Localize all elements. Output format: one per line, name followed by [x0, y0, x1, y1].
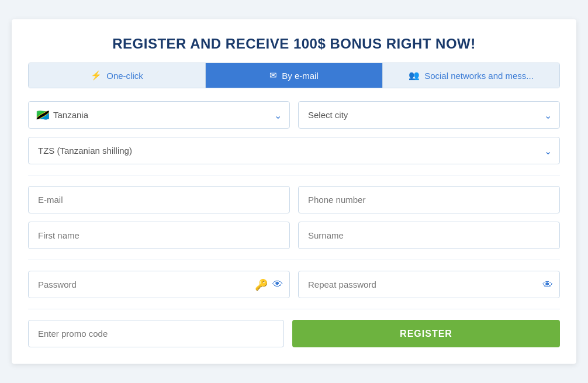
tab-by-email[interactable]: ✉ By e-mail [206, 63, 383, 88]
promo-field-wrapper [28, 320, 284, 347]
password-field-wrapper: 🔑 👁 [28, 271, 290, 298]
password-icons: 🔑 👁 [255, 278, 283, 291]
firstname-field-wrapper [28, 222, 290, 249]
country-field: 🇹🇿 Tanzania ⌄ [28, 101, 290, 129]
currency-select[interactable]: TZS (Tanzanian shilling) [28, 137, 560, 164]
key-icon[interactable]: 🔑 [255, 278, 268, 291]
email-icon: ✉ [269, 70, 277, 81]
phone-input[interactable] [298, 186, 560, 213]
tab-social[interactable]: 👥 Social networks and mess... [383, 63, 559, 88]
surname-input[interactable] [298, 222, 560, 249]
tab-social-label: Social networks and mess... [424, 71, 534, 81]
email-input[interactable] [28, 186, 290, 213]
repeat-password-eye-icon[interactable]: 👁 [542, 278, 553, 291]
page-title: REGISTER AND RECEIVE 100$ BONUS RIGHT NO… [28, 36, 560, 52]
firstname-input[interactable] [28, 222, 290, 249]
repeat-password-input[interactable] [298, 271, 560, 298]
country-select[interactable]: Tanzania [28, 101, 290, 129]
promo-register-row: REGISTER [28, 320, 560, 347]
registration-form: 🇹🇿 Tanzania ⌄ Select city ⌄ TZS (Tanzani… [28, 101, 560, 347]
divider-3 [28, 309, 560, 309]
tab-one-click-label: One-click [106, 71, 143, 81]
people-icon: 👥 [409, 70, 420, 81]
currency-row: TZS (Tanzanian shilling) ⌄ [28, 137, 560, 164]
register-button[interactable]: REGISTER [292, 320, 560, 347]
city-select[interactable]: Select city [298, 101, 560, 129]
currency-field: TZS (Tanzanian shilling) ⌄ [28, 137, 560, 164]
tab-one-click[interactable]: ⚡ One-click [29, 63, 206, 88]
flash-icon: ⚡ [91, 70, 102, 81]
eye-slash-icon[interactable]: 👁 [272, 278, 283, 291]
password-row: 🔑 👁 👁 [28, 271, 560, 298]
tab-by-email-label: By e-mail [282, 71, 319, 81]
repeat-password-field-wrapper: 👁 [298, 271, 560, 298]
surname-field-wrapper [298, 222, 560, 249]
divider-1 [28, 175, 560, 175]
registration-container: REGISTER AND RECEIVE 100$ BONUS RIGHT NO… [12, 19, 576, 364]
divider-2 [28, 260, 560, 260]
city-field: Select city ⌄ [298, 101, 560, 129]
email-phone-row [28, 186, 560, 213]
phone-field-wrapper [298, 186, 560, 213]
promo-input[interactable] [28, 320, 284, 347]
password-input[interactable] [28, 271, 290, 298]
name-row [28, 222, 560, 249]
email-field-wrapper [28, 186, 290, 213]
tab-bar: ⚡ One-click ✉ By e-mail 👥 Social network… [28, 63, 560, 88]
country-city-row: 🇹🇿 Tanzania ⌄ Select city ⌄ [28, 101, 560, 129]
